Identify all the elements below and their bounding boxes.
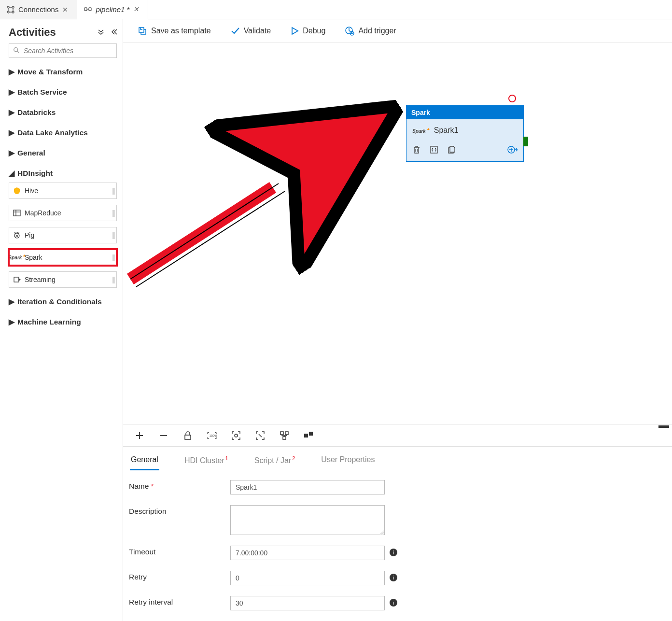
caret-right-icon: ▶	[9, 318, 14, 326]
zoom-fit-icon[interactable]	[231, 431, 241, 440]
caret-right-icon: ▶	[9, 149, 14, 157]
delete-icon[interactable]	[412, 145, 421, 155]
info-icon[interactable]: i	[390, 599, 397, 607]
editor-tabs: Connections ✕ pipeline1 * ✕	[0, 0, 672, 19]
activity-mapreduce[interactable]: MapReduce|||	[9, 205, 117, 221]
grip-icon: |||	[112, 254, 114, 261]
group-iteration[interactable]: ▶Iteration & Conditionals	[9, 296, 117, 308]
group-databricks[interactable]: ▶Databricks	[9, 106, 117, 119]
fullscreen-icon[interactable]	[255, 431, 265, 440]
svg-rect-5	[89, 8, 91, 11]
svg-rect-25	[280, 432, 283, 435]
debug-button[interactable]: Debug	[290, 27, 325, 35]
connections-icon	[7, 6, 14, 14]
pipeline-toolbar: Save as template Validate Debug Add trig…	[123, 19, 672, 42]
info-icon[interactable]: i	[390, 549, 397, 556]
retry-label: Retry	[129, 571, 230, 581]
activities-sidebar: Activities ▶Move & Transform ▶Batch Serv…	[0, 19, 123, 621]
retry-interval-label: Retry interval	[129, 596, 230, 607]
tab-script-jar[interactable]: Script / Jar2	[253, 453, 296, 470]
close-icon[interactable]: ✕	[133, 5, 139, 13]
info-icon[interactable]: i	[390, 574, 397, 581]
sidebar-title: Activities	[9, 26, 56, 39]
tab-label: Connections	[18, 5, 58, 14]
search-activities[interactable]	[9, 43, 117, 58]
properties-panel: General HDI Cluster1 Script / Jar2 User …	[123, 446, 672, 621]
timeout-label: Timeout	[129, 546, 230, 556]
add-trigger-button[interactable]: Add trigger	[345, 26, 396, 36]
svg-rect-4	[84, 8, 87, 11]
save-template-button[interactable]: Save as template	[138, 26, 211, 36]
name-label: Name*	[129, 480, 230, 491]
activity-hive[interactable]: Hive|||	[9, 183, 117, 199]
grip-icon: |||	[112, 276, 114, 283]
hive-icon	[13, 187, 21, 195]
description-label: Description	[129, 505, 230, 516]
caret-down-icon: ◢	[9, 169, 14, 178]
validate-button[interactable]: Validate	[230, 26, 271, 36]
svg-rect-22	[185, 435, 191, 439]
layout-icon[interactable]	[304, 431, 313, 440]
retry-interval-input[interactable]	[230, 596, 385, 610]
caret-right-icon: ▶	[9, 297, 14, 306]
svg-point-10	[15, 232, 16, 234]
svg-point-0	[7, 6, 9, 8]
retry-input[interactable]	[230, 571, 385, 585]
collapse-panel-icon[interactable]	[110, 28, 117, 37]
name-input[interactable]	[230, 480, 385, 494]
grip-icon: |||	[112, 209, 114, 217]
svg-text:100%: 100%	[210, 434, 217, 437]
description-input[interactable]	[230, 505, 385, 535]
svg-point-1	[12, 6, 14, 8]
expand-all-icon[interactable]	[98, 28, 104, 37]
svg-point-9	[16, 236, 18, 237]
auto-align-icon[interactable]	[280, 431, 289, 440]
zoom-100-icon[interactable]: 100%	[207, 431, 217, 440]
output-port[interactable]	[523, 137, 528, 146]
zoom-out-icon[interactable]	[159, 431, 168, 440]
zoom-in-icon[interactable]	[135, 431, 144, 440]
svg-rect-13	[139, 28, 144, 32]
lock-icon[interactable]	[183, 431, 193, 440]
group-general[interactable]: ▶General	[9, 147, 117, 159]
caret-right-icon: ▶	[9, 128, 14, 137]
svg-point-6	[14, 47, 18, 51]
add-output-icon[interactable]	[507, 144, 518, 156]
tab-pipeline1[interactable]: pipeline1 * ✕	[77, 0, 148, 19]
caret-right-icon: ▶	[9, 108, 14, 117]
copy-icon[interactable]	[447, 145, 456, 155]
group-ml[interactable]: ▶Machine Learning	[9, 316, 117, 328]
group-move-transform[interactable]: ▶Move & Transform	[9, 66, 117, 78]
tab-user-properties[interactable]: User Properties	[320, 453, 376, 470]
pipeline-canvas[interactable]: Spark Spark Spark1	[123, 42, 672, 424]
activity-streaming[interactable]: Streaming|||	[9, 271, 117, 288]
tab-general[interactable]: General	[130, 453, 159, 470]
svg-point-3	[12, 11, 14, 13]
activity-pig[interactable]: Pig|||	[9, 227, 117, 243]
activity-spark[interactable]: Spark Spark|||	[9, 249, 117, 266]
pig-icon	[13, 231, 21, 239]
svg-rect-7	[14, 210, 20, 216]
caret-right-icon: ▶	[9, 68, 14, 76]
group-batch-service[interactable]: ▶Batch Service	[9, 86, 117, 99]
status-indicator-icon	[508, 95, 516, 102]
svg-rect-16	[431, 146, 437, 153]
group-hdinsight[interactable]: ◢HDInsight	[9, 167, 117, 180]
search-input[interactable]	[23, 46, 112, 55]
caret-right-icon: ▶	[9, 88, 14, 97]
svg-line-20	[130, 183, 279, 279]
timeout-input[interactable]	[230, 546, 385, 560]
panel-resize-handle[interactable]	[658, 425, 669, 428]
code-icon[interactable]	[430, 145, 438, 155]
spark-icon: Spark	[13, 254, 21, 261]
annotation-arrow	[123, 42, 558, 381]
canvas-toolbar: 100%	[123, 424, 672, 446]
spark-activity-node[interactable]: Spark Spark Spark1	[406, 105, 524, 162]
group-data-lake[interactable]: ▶Data Lake Analytics	[9, 127, 117, 139]
svg-rect-26	[285, 432, 288, 435]
svg-rect-28	[304, 434, 308, 438]
close-icon[interactable]: ✕	[62, 6, 68, 14]
tab-hdi-cluster[interactable]: HDI Cluster1	[183, 453, 229, 470]
node-name: Spark1	[434, 126, 459, 135]
tab-connections[interactable]: Connections ✕	[0, 0, 77, 19]
